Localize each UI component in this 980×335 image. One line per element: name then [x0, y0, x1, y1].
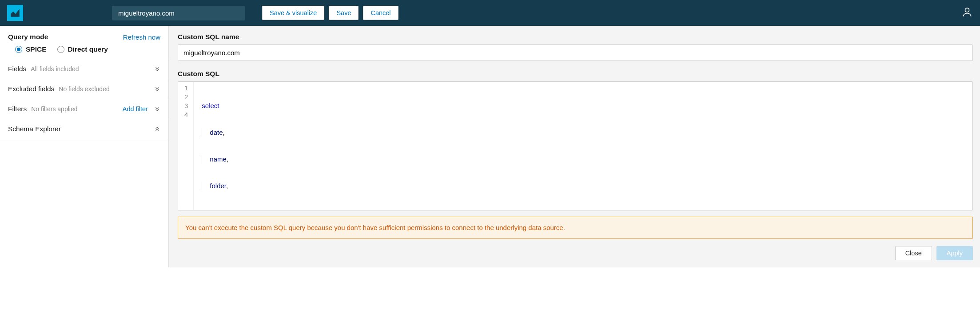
panel-excluded-fields[interactable]: Excluded fields No fields excluded — [0, 79, 168, 99]
panel-excluded-title: Excluded fields — [8, 85, 54, 93]
chevron-down-double-icon[interactable] — [154, 106, 160, 112]
add-filter-link[interactable]: Add filter — [123, 105, 148, 113]
line-number: 2 — [184, 93, 188, 101]
svg-point-0 — [965, 8, 969, 12]
panel-filters[interactable]: Filters No filters applied Add filter — [0, 99, 168, 119]
sql-editor[interactable]: 1 2 3 4 select date, name, folder, — [178, 81, 973, 210]
panel-filters-subtitle: No filters applied — [31, 105, 77, 113]
editor-gutter: 1 2 3 4 — [178, 82, 194, 210]
permission-error-alert: You can't execute the custom SQL query b… — [178, 217, 973, 239]
cancel-button[interactable]: Cancel — [363, 6, 398, 20]
sql-text: , — [223, 129, 225, 136]
editor-code[interactable]: select date, name, folder, — [194, 82, 228, 210]
sidebar: Query mode Refresh now SPICE Direct quer… — [0, 26, 169, 267]
sql-identifier: folder — [210, 182, 226, 190]
chevron-down-double-icon[interactable] — [154, 86, 160, 92]
quicksight-logo[interactable] — [7, 5, 23, 21]
header-button-group: Save & visualize Save Cancel — [262, 6, 398, 20]
user-menu-icon[interactable] — [961, 6, 973, 20]
top-header: Save & visualize Save Cancel — [0, 0, 980, 26]
main-panel: Custom SQL name Custom SQL 1 2 3 4 selec… — [169, 26, 980, 267]
close-button[interactable]: Close — [895, 246, 932, 260]
custom-sql-label: Custom SQL — [178, 70, 973, 78]
dataset-name-input[interactable] — [112, 6, 245, 20]
query-mode-section: Query mode Refresh now SPICE Direct quer… — [0, 26, 168, 59]
radio-circle-icon — [15, 46, 22, 53]
chevron-down-double-icon[interactable] — [154, 66, 160, 72]
radio-direct-query-label: Direct query — [68, 45, 108, 53]
panel-schema-explorer[interactable]: Schema Explorer — [0, 119, 168, 139]
panel-fields[interactable]: Fields All fields included — [0, 59, 168, 79]
query-mode-radio-group: SPICE Direct query — [15, 45, 160, 53]
line-number: 1 — [184, 84, 188, 93]
content-region: Query mode Refresh now SPICE Direct quer… — [0, 26, 980, 267]
panel-fields-subtitle: All fields included — [31, 65, 79, 73]
radio-direct-query[interactable]: Direct query — [57, 45, 108, 53]
sql-text: , — [226, 182, 228, 190]
sql-text: , — [227, 155, 228, 163]
line-number: 4 — [184, 110, 188, 119]
sql-keyword: select — [202, 102, 219, 109]
refresh-now-link[interactable]: Refresh now — [123, 33, 160, 41]
logo-chart-icon — [9, 7, 21, 19]
radio-circle-icon — [57, 46, 64, 53]
custom-sql-name-input[interactable] — [178, 44, 973, 61]
save-button[interactable]: Save — [329, 6, 359, 20]
line-number: 3 — [184, 101, 188, 110]
save-visualize-button[interactable]: Save & visualize — [262, 6, 324, 20]
custom-sql-name-label: Custom SQL name — [178, 33, 973, 41]
sql-identifier: name — [210, 155, 227, 163]
panel-excluded-subtitle: No fields excluded — [59, 85, 109, 93]
panel-fields-title: Fields — [8, 65, 26, 73]
sql-identifier: date — [210, 129, 223, 136]
radio-spice-label: SPICE — [26, 45, 47, 53]
chevron-up-double-icon[interactable] — [154, 126, 160, 132]
panel-schema-title: Schema Explorer — [8, 125, 61, 133]
editor-footer-buttons: Close Apply — [178, 246, 973, 260]
apply-button[interactable]: Apply — [936, 246, 973, 260]
radio-spice[interactable]: SPICE — [15, 45, 47, 53]
panel-filters-title: Filters — [8, 105, 27, 113]
query-mode-title: Query mode — [8, 33, 48, 41]
